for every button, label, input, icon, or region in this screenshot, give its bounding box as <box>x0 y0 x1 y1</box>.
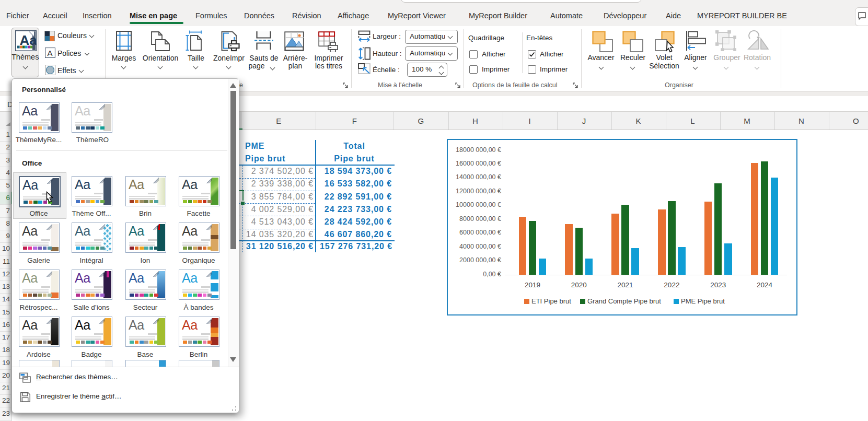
svg-text:A: A <box>48 49 53 57</box>
svg-text:Aa: Aa <box>20 32 37 48</box>
